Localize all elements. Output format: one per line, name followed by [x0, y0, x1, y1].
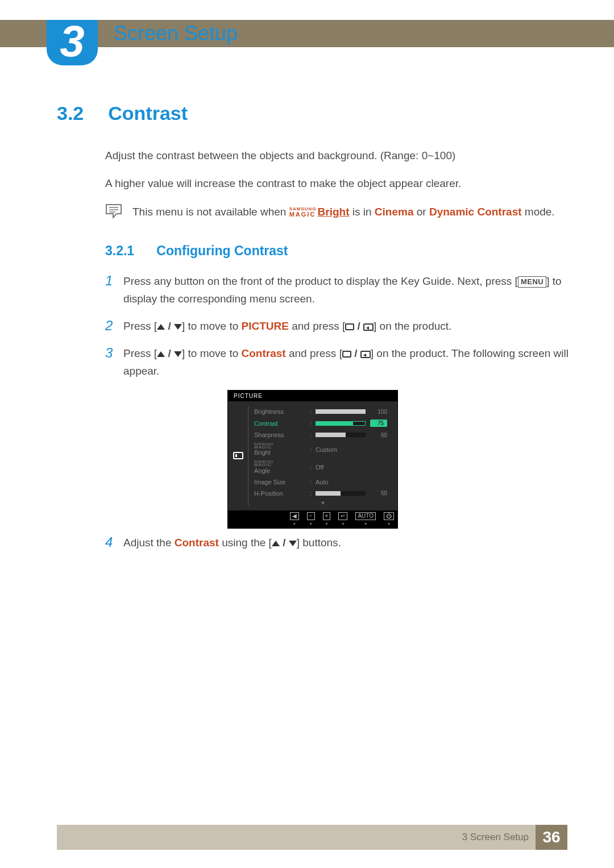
step-1: 1 Press any button on the front of the p… [105, 273, 569, 308]
page-content: 3.2 Contrast Adjust the contrast between… [57, 102, 569, 562]
osd-row: H-Position:50 [254, 488, 392, 499]
osd-slider [316, 491, 366, 496]
step2-mid: ] to move to [182, 320, 242, 332]
osd-footer-button: ◀▼ [290, 512, 299, 526]
step-4: 4 Adjust the Contrast using the [ / ] bu… [105, 534, 569, 551]
slash-icon: / [280, 537, 289, 549]
slash-icon: / [354, 320, 363, 332]
note-pre: This menu is not available when [132, 206, 289, 218]
step4-target: Contrast [175, 537, 219, 549]
subsection-number: 3.2.1 [105, 243, 154, 259]
note-bright: Bright [318, 206, 350, 218]
step4-post: ] buttons. [297, 537, 341, 549]
colon: : [310, 420, 316, 427]
osd-slider [316, 421, 366, 426]
osd-row-label: Brightness [254, 408, 310, 415]
step-2: 2 Press [ / ] to move to PICTURE and pre… [105, 318, 569, 335]
osd-value: 50 [370, 490, 387, 496]
colon: : [310, 431, 316, 438]
step-text: Press [ / ] to move to Contrast and pres… [123, 345, 569, 380]
note-mode2: Dynamic Contrast [429, 206, 522, 218]
section-title: Contrast [108, 102, 188, 124]
triangle-up-icon [157, 351, 165, 357]
osd-row-label: Image Size [254, 479, 310, 485]
step-text: Press any button on the front of the pro… [123, 273, 569, 308]
triangle-down-icon [289, 541, 297, 546]
osd-footer-button: ⏻▼ [384, 512, 394, 526]
step-num: 4 [105, 534, 123, 551]
osd-footer-button: ↵▼ [338, 512, 347, 526]
step3-pre: Press [ [123, 347, 157, 359]
step-num: 3 [105, 345, 123, 380]
note-block: This menu is not available when SAMSUNGM… [105, 203, 569, 221]
osd-row: SAMSUNGMAGIC Bright:Custom [254, 441, 392, 458]
osd-row-label: H-Position [254, 490, 310, 497]
source-button-icon [345, 323, 354, 330]
osd-footer-button: −▼ [307, 512, 315, 526]
osd-row: SAMSUNGMAGIC Angle:Off [254, 458, 392, 476]
osd-rows: Brightness:100Contrast:75Sharpness:60SAM… [248, 406, 397, 505]
intro-line-1: Adjust the contrast between the objects … [105, 147, 569, 164]
step-num: 1 [105, 273, 123, 308]
triangle-up-icon [157, 324, 165, 330]
step1-pre: Press any button on the front of the pro… [123, 275, 518, 287]
note-mode1: Cinema [375, 206, 414, 218]
osd-value: 75 [370, 420, 387, 427]
slash-icon: / [165, 320, 174, 332]
step2-target: PICTURE [242, 320, 289, 332]
triangle-down-icon [174, 351, 182, 357]
step3-target: Contrast [242, 347, 286, 359]
step2-post1: and press [ [289, 320, 345, 332]
picture-category-icon [233, 452, 243, 459]
step3-post1: and press [ [286, 347, 342, 359]
osd-footer-button: AUTO▼ [355, 512, 376, 526]
note-icon [105, 203, 122, 218]
colon: : [310, 408, 316, 415]
note-or: or [413, 206, 429, 218]
chapter-number-tab: 3 [47, 20, 98, 65]
colon: : [310, 490, 316, 497]
section-number: 3.2 [57, 102, 105, 124]
intro-line-2: A higher value will increase the contras… [105, 175, 569, 192]
subsection-title: Configuring Contrast [156, 243, 288, 258]
step-3: 3 Press [ / ] to move to Contrast and pr… [105, 345, 569, 380]
slash-icon: / [351, 347, 360, 359]
osd-row-label: SAMSUNGMAGIC Bright [254, 443, 310, 456]
colon: : [310, 464, 316, 471]
osd-row-label: Contrast [254, 420, 310, 427]
slash-icon: / [165, 347, 174, 359]
subsection-header: 3.2.1 Configuring Contrast [57, 243, 569, 259]
osd-footer-button: +▼ [323, 512, 331, 526]
step2-pre: Press [ [123, 320, 157, 332]
osd-value: 60 [370, 432, 387, 438]
enter-button-icon [363, 323, 374, 331]
step-text: Adjust the Contrast using the [ / ] butt… [123, 534, 341, 551]
osd-row-label: SAMSUNGMAGIC Angle [254, 460, 310, 474]
osd-footer: ◀▼−▼+▼↵▼AUTO▼⏻▼ [228, 510, 397, 528]
note-post: mode. [522, 206, 555, 218]
section-header: 3.2 Contrast [57, 102, 569, 124]
footer-label: 3 Screen Setup [462, 832, 536, 843]
step2-post2: ] on the product. [374, 320, 451, 332]
osd-row: Brightness:100 [254, 406, 392, 417]
osd-value: Auto [316, 479, 329, 485]
enter-button-icon [360, 351, 371, 358]
osd-row: Sharpness:60 [254, 429, 392, 441]
osd-scroll-down-icon: ▼ [254, 500, 392, 506]
osd-row: Contrast:75 [254, 417, 392, 429]
osd-row-label: Sharpness [254, 431, 310, 438]
triangle-down-icon [174, 324, 182, 330]
note-mid: is in [349, 206, 374, 218]
source-button-icon [342, 351, 351, 358]
step3-mid: ] to move to [182, 347, 242, 359]
osd-title: PICTURE [228, 391, 397, 401]
step-num: 2 [105, 318, 123, 335]
samsung-magic-logo-icon: SAMSUNGMAGIC [289, 207, 317, 218]
menu-button-icon: MENU [518, 276, 546, 288]
footer-page-number: 36 [536, 825, 567, 850]
osd-screenshot: PICTURE Brightness:100Contrast:75Sharpne… [227, 390, 398, 528]
osd-body: Brightness:100Contrast:75Sharpness:60SAM… [228, 401, 397, 510]
osd-slider [316, 409, 366, 414]
osd-row: Image Size:Auto [254, 476, 392, 488]
osd-value: 100 [370, 409, 387, 415]
